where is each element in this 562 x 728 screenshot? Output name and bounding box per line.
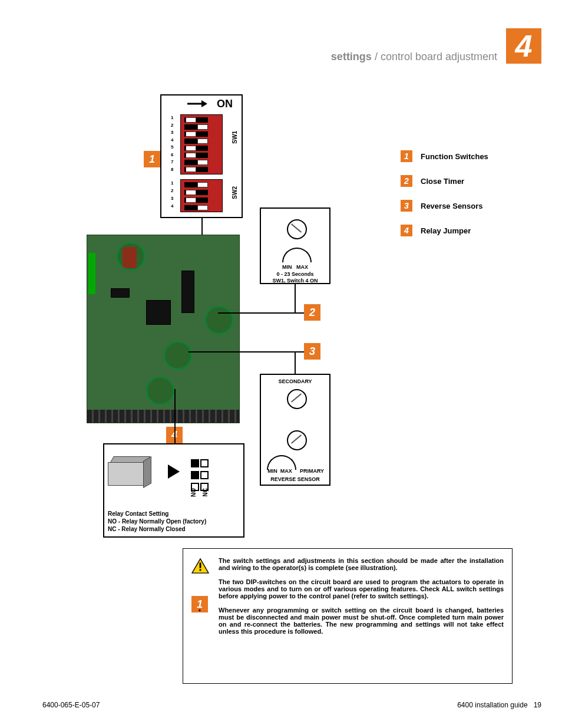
relay-note: Relay Contact Setting NO - Relay Normall… (108, 510, 206, 533)
breadcrumb-bold: settings (331, 51, 372, 62)
breadcrumb: settings / control board adjustment (331, 51, 497, 63)
legend-row: 1Function Switches (401, 150, 488, 162)
potentiometer-icon (282, 248, 312, 262)
footer-doc-code: 6400-065-E-05-07 (42, 701, 100, 709)
legend-label: Relay Jumper (421, 226, 471, 235)
dip-on-label: ON (217, 98, 233, 110)
dip-sw1-block (180, 114, 223, 174)
connector-line (201, 218, 203, 235)
legend: 1Function Switches 2Close Timer 3Reverse… (401, 150, 488, 249)
pcb-chip (146, 300, 171, 325)
info-panel: 1 The switch settings and adjustments in… (183, 548, 513, 684)
dip-sw1-name: SW1 (232, 131, 238, 144)
reverse-secondary-label: SECONDARY (261, 378, 329, 384)
reverse-sensor-title: REVERSE SENSOR (261, 476, 329, 482)
reverse-sensor-diagram: SECONDARY MIN MAX PRIMARY REVERSE SENSOR (260, 374, 330, 486)
pcb-chip (181, 271, 194, 313)
circuit-board-illustration (87, 235, 240, 423)
page: 4 settings / control board adjustment ON… (0, 0, 562, 728)
footer-page-number: 19 (534, 701, 541, 709)
relay-nc-label: NC (202, 488, 209, 496)
legend-label: Function Switches (421, 152, 488, 161)
relay-no-label: NO (190, 488, 197, 497)
dip-sw2-block (180, 179, 223, 212)
connector-line (295, 284, 296, 312)
pcb-callout-circle-1 (117, 242, 145, 271)
callout-1-badge: 1 (144, 151, 160, 167)
callout-2-badge: 2 (304, 304, 320, 321)
pcb-chip (111, 288, 130, 298)
bullet-icon: • (199, 607, 201, 614)
arrow-right-icon (168, 465, 180, 479)
info-paragraph-1: The switch settings and adjustments in t… (219, 557, 504, 571)
close-timer-diagram: MIN MAX 0 - 23 Seconds SW1, Switch 4 ON (260, 207, 330, 284)
info-paragraph-3: •Whenever any programming or switch sett… (219, 607, 504, 635)
connector-line (189, 351, 304, 353)
dip-switch-diagram: ON 12345678 1234 SW1 SW2 (160, 94, 243, 218)
breadcrumb-rest: / control board adjustment (372, 51, 497, 62)
legend-label: Close Timer (421, 177, 464, 186)
legend-row: 3Reverse Sensors (401, 200, 488, 212)
connector-line (295, 351, 296, 374)
relay-box-icon (108, 456, 155, 486)
pcb-terminal-strip (87, 410, 239, 423)
callout-3-badge: 3 (304, 343, 320, 360)
footer-right: 6400 installation guide 19 (457, 701, 541, 709)
reverse-primary-label: PRIMARY (296, 468, 328, 474)
chapter-badge: 4 (506, 28, 541, 64)
pcb-connector (88, 253, 95, 294)
legend-row: 4Relay Jumper (401, 225, 488, 236)
svg-rect-3 (200, 562, 201, 568)
pcb-callout-circle-2 (205, 306, 233, 334)
info-paragraph-2: The two DIP-switches on the circuit boar… (219, 578, 504, 599)
svg-marker-1 (201, 100, 207, 107)
arrow-right-icon (187, 99, 207, 111)
screw-icon (287, 219, 307, 239)
svg-rect-4 (200, 569, 201, 571)
footer-doc-title: 6400 installation guide (457, 701, 527, 709)
jumper-header-icon (190, 459, 209, 483)
legend-label: Reverse Sensors (421, 202, 483, 210)
dip-sw2-name: SW2 (232, 186, 238, 199)
close-timer-switch-note: SW1, Switch 4 ON (261, 278, 329, 284)
pcb-callout-circle-3 (164, 341, 192, 370)
relay-jumper-diagram: NO NC Relay Contact Setting NO - Relay N… (103, 443, 244, 538)
close-timer-range: 0 - 23 Seconds (261, 271, 329, 277)
screw-icon (287, 389, 307, 409)
dip-sw1-numbers: 12345678 (171, 114, 173, 173)
connector-line (174, 389, 176, 443)
warning-icon (191, 558, 209, 574)
legend-row: 2Close Timer (401, 175, 488, 187)
pcb-callout-circle-4 (146, 377, 174, 405)
connector-line (218, 312, 304, 314)
screw-icon (287, 430, 307, 450)
dip-sw2-numbers: 1234 (171, 179, 173, 210)
